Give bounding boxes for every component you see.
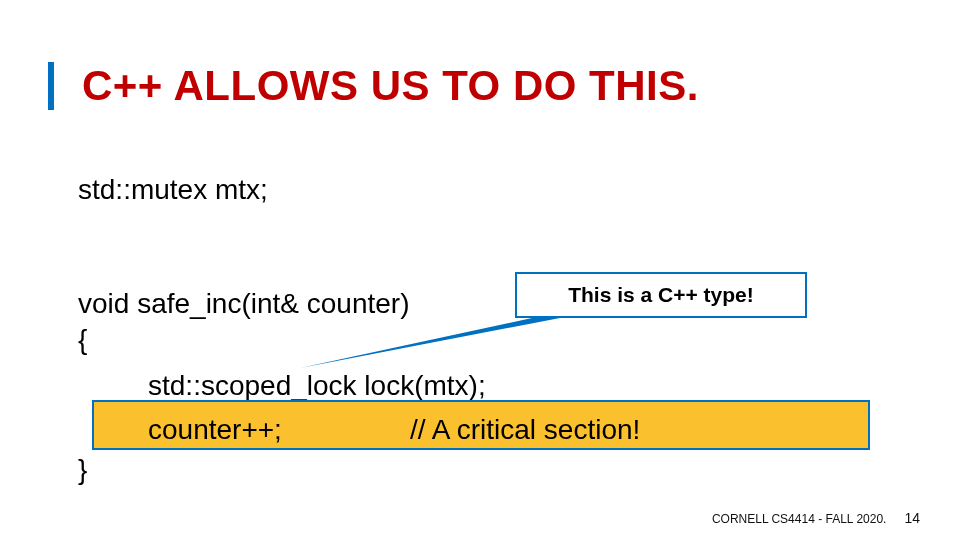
- code-brace-open: {: [78, 324, 87, 356]
- footer-page-number: 14: [904, 510, 920, 526]
- callout-text: This is a C++ type!: [568, 283, 754, 307]
- code-line-scoped-lock: std::scoped_lock lock(mtx);: [148, 370, 486, 402]
- code-line-mutex: std::mutex mtx;: [78, 172, 268, 207]
- callout-pointer: [300, 318, 560, 368]
- footer-course: CORNELL CS4414 - FALL 2020.: [712, 512, 887, 526]
- code-line-counter-inc: counter++;: [148, 414, 282, 446]
- code-line-func-decl: void safe_inc(int& counter): [78, 288, 410, 320]
- title-accent-bar: [48, 62, 54, 110]
- code-brace-close: }: [78, 454, 87, 486]
- code-line-comment: // A critical section!: [410, 414, 640, 446]
- svg-marker-0: [300, 318, 560, 368]
- callout-box: This is a C++ type!: [515, 272, 807, 318]
- slide-title: C++ ALLOWS US TO DO THIS.: [82, 62, 699, 110]
